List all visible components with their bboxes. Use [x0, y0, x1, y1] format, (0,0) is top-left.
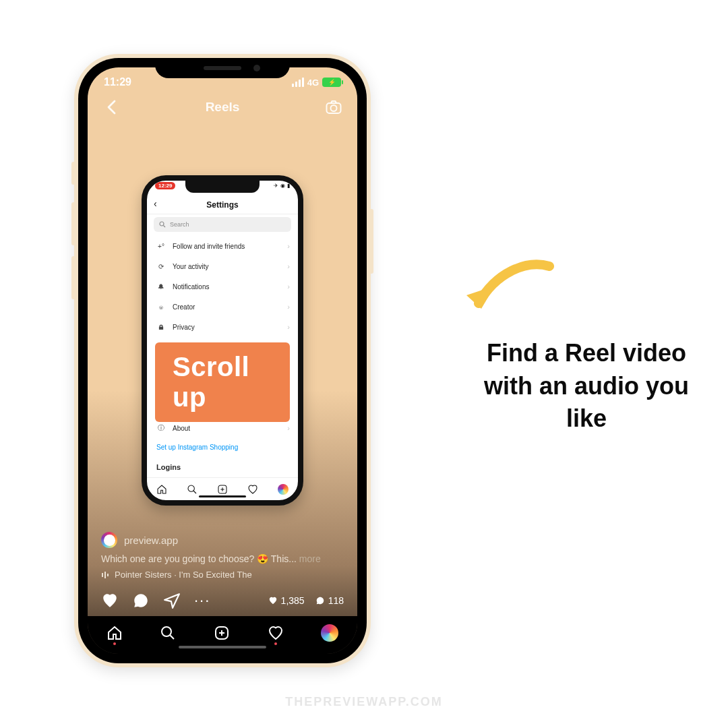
row-label: Creator	[173, 303, 195, 311]
caption-text: Which one are you going to choose?	[101, 553, 257, 564]
row-notifications[interactable]: 🔔︎Notifications›	[147, 276, 298, 297]
search-placeholder: Search	[170, 221, 189, 228]
row-creator[interactable]: ⍟Creator›	[147, 297, 298, 317]
chevron-right-icon: ›	[287, 303, 290, 311]
more-icon[interactable]: ···	[194, 592, 210, 609]
svg-line-5	[193, 491, 196, 493]
reel-audio-text: Pointer Sisters · I'm So Excited The	[115, 570, 252, 580]
row-activity[interactable]: ⟳Your activity›	[147, 256, 298, 276]
phone-power-button	[369, 209, 373, 274]
like-count: 1,385	[268, 595, 305, 606]
creator-icon: ⍟	[156, 303, 166, 311]
inner-status-icons: ✈ ◉ ▮	[274, 183, 290, 189]
phone-bezel: 11:29 4G ⚡ Reels	[78, 58, 367, 663]
row-privacy[interactable]: 🔒︎Privacy›	[147, 317, 298, 337]
inner-activity-icon[interactable]	[247, 484, 258, 495]
phone-volume-up	[71, 202, 75, 245]
inner-create-icon[interactable]	[217, 484, 228, 495]
row-follow[interactable]: +°Follow and invite friends›	[147, 236, 298, 256]
shopping-link[interactable]: Set up Instagram Shopping	[147, 438, 298, 456]
clock-icon: ⟳	[156, 263, 166, 270]
wifi-icon: ◉	[280, 183, 285, 189]
inner-home-indicator	[199, 495, 246, 497]
caption-suffix: This...	[268, 553, 297, 564]
network-label: 4G	[307, 78, 319, 88]
reel-caption[interactable]: Which one are you going to choose? 😍 Thi…	[101, 553, 344, 564]
chevron-right-icon: ›	[287, 242, 290, 250]
reel-user-row[interactable]: preview.app	[101, 532, 344, 548]
inner-profile-icon[interactable]	[278, 484, 289, 495]
pointer-arrow	[458, 256, 559, 330]
comment-count-value: 118	[328, 595, 344, 606]
svg-rect-10	[104, 572, 106, 578]
status-right: 4G ⚡	[292, 78, 341, 88]
reel-audio-row[interactable]: Pointer Sisters · I'm So Excited The	[101, 570, 344, 580]
reels-header: Reels	[88, 98, 357, 116]
instruction-text: Find a Reel video with an audio you like	[472, 337, 701, 435]
reel-overlay-label: Scroll up	[155, 342, 290, 422]
nav-profile-icon[interactable]	[321, 624, 338, 642]
row-label: Privacy	[173, 324, 195, 331]
svg-rect-11	[107, 574, 109, 576]
reel-user-avatar	[101, 532, 117, 548]
phone-mute-switch	[71, 162, 75, 185]
svg-point-2	[160, 222, 164, 226]
inner-search-icon[interactable]	[187, 484, 198, 495]
phone-screen: 11:29 4G ⚡ Reels	[88, 67, 357, 654]
nav-home-icon[interactable]	[107, 625, 123, 641]
home-indicator	[179, 646, 266, 648]
share-icon[interactable]	[163, 592, 181, 609]
reels-title: Reels	[120, 100, 325, 115]
inner-phone: 12:29 ✈ ◉ ▮ ‹ Settings Search +°Fo	[142, 175, 303, 506]
comment-icon[interactable]	[132, 592, 150, 609]
caption-more[interactable]: more	[299, 553, 321, 564]
reel-username: preview.app	[124, 535, 178, 546]
svg-rect-9	[102, 573, 103, 577]
nav-create-icon[interactable]	[214, 625, 230, 641]
inner-notch	[185, 181, 260, 193]
camera-icon[interactable]	[325, 98, 342, 116]
reel-meta: preview.app Which one are you going to c…	[88, 532, 357, 580]
airplane-icon: ✈	[274, 183, 278, 189]
audio-bars-icon	[101, 571, 109, 579]
nav-activity-icon[interactable]	[268, 625, 284, 641]
like-icon[interactable]	[101, 592, 119, 609]
svg-line-3	[164, 226, 166, 228]
watermark: THEPREVIEWAPP.COM	[0, 695, 728, 709]
signal-icon	[292, 78, 304, 87]
svg-point-12	[162, 627, 171, 636]
status-time: 11:29	[104, 76, 131, 88]
chevron-right-icon: ›	[287, 262, 290, 270]
back-icon[interactable]	[102, 98, 120, 116]
bell-icon: 🔔︎	[156, 283, 166, 291]
inner-header-title: Settings	[147, 195, 298, 214]
svg-point-1	[331, 105, 337, 111]
chevron-right-icon: ›	[287, 323, 290, 331]
like-count-value: 1,385	[281, 595, 305, 606]
svg-line-13	[171, 636, 175, 640]
heart-eyes-emoji: 😍	[257, 553, 268, 564]
phone-notch	[155, 58, 290, 78]
inner-status-time: 12:29	[155, 182, 175, 189]
chevron-right-icon: ›	[287, 424, 290, 432]
search-icon	[159, 221, 166, 228]
row-label: Notifications	[173, 283, 209, 291]
row-label: Follow and invite friends	[173, 243, 245, 250]
logins-heading: Logins	[147, 456, 298, 474]
phone-volume-down	[71, 256, 75, 299]
chevron-right-icon: ›	[287, 282, 290, 291]
info-icon: ⓘ	[156, 423, 166, 433]
row-label: About	[173, 425, 190, 432]
phone-frame: 11:29 4G ⚡ Reels	[74, 54, 371, 667]
battery-icon: ⚡	[322, 78, 341, 87]
user-plus-icon: +°	[156, 243, 166, 250]
lock-icon: 🔒︎	[156, 324, 166, 331]
comment-count: 118	[315, 595, 344, 606]
row-label: Your activity	[173, 263, 209, 270]
nav-search-icon[interactable]	[160, 625, 176, 641]
svg-point-4	[188, 485, 194, 491]
inner-home-icon[interactable]	[156, 484, 167, 495]
inner-search-field[interactable]: Search	[154, 217, 291, 232]
inner-battery-icon: ▮	[287, 183, 290, 189]
reel-actions: ··· 1,385 118	[88, 592, 357, 609]
